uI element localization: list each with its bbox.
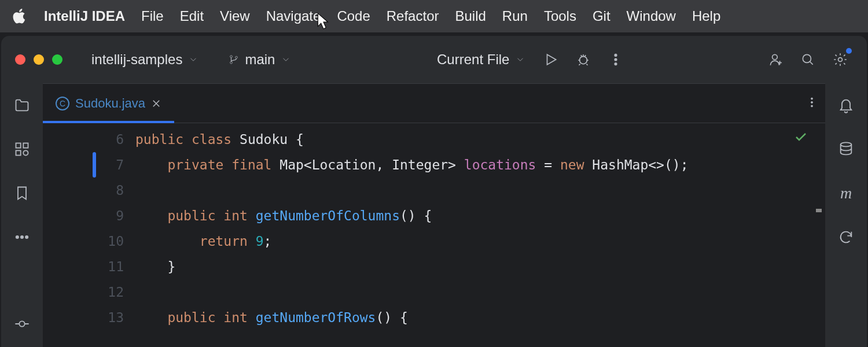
menu-edit[interactable]: Edit — [180, 8, 204, 24]
notifications-tool-button[interactable] — [834, 94, 858, 117]
line-number-gutter[interactable]: 6 7 8 9 10 11 12 13 — [43, 123, 135, 347]
inspection-ok-icon[interactable] — [794, 130, 808, 144]
svg-point-3 — [580, 57, 587, 64]
menu-view[interactable]: View — [220, 8, 250, 24]
editor-area: C Sudoku.java 6 7 8 9 10 11 — [43, 83, 825, 347]
database-tool-button[interactable] — [834, 138, 858, 161]
more-actions-button[interactable] — [603, 47, 628, 72]
menu-run[interactable]: Run — [502, 8, 528, 24]
chevron-down-icon — [188, 54, 198, 65]
branch-name: main — [245, 51, 275, 68]
svg-point-15 — [21, 236, 23, 238]
structure-icon — [14, 141, 30, 157]
maven-tool-button[interactable]: m — [834, 182, 858, 205]
ide-toolbar: intellij-samples main Current File — [1, 36, 867, 83]
window-controls — [15, 54, 62, 65]
bookmarks-tool-button[interactable] — [10, 182, 34, 205]
menu-file[interactable]: File — [141, 8, 164, 24]
menu-help[interactable]: Help — [692, 8, 720, 24]
project-selector[interactable]: intellij-samples — [86, 48, 204, 71]
line-number: 10 — [43, 228, 124, 254]
tab-filename: Sudoku.java — [75, 96, 145, 111]
structure-tool-button[interactable] — [10, 138, 34, 161]
menu-git[interactable]: Git — [593, 8, 610, 24]
svg-point-5 — [615, 58, 617, 60]
svg-point-2 — [236, 56, 238, 58]
window-close-button[interactable] — [15, 54, 25, 65]
run-button[interactable] — [538, 47, 564, 72]
svg-point-21 — [841, 142, 852, 146]
line-number: 9 — [43, 203, 124, 228]
bookmark-icon — [14, 185, 30, 201]
svg-point-4 — [615, 54, 617, 56]
java-class-icon: C — [56, 97, 69, 110]
more-tools-button[interactable] — [10, 226, 34, 249]
bug-icon — [576, 52, 591, 67]
project-tool-button[interactable] — [10, 94, 34, 117]
close-tab-icon[interactable] — [151, 98, 161, 109]
vertical-dots-icon — [806, 96, 818, 109]
tab-more-button[interactable] — [806, 96, 818, 111]
svg-point-9 — [838, 58, 843, 62]
window-maximize-button[interactable] — [52, 54, 62, 65]
app-name[interactable]: IntelliJ IDEA — [44, 8, 125, 24]
menu-window[interactable]: Window — [627, 8, 676, 24]
code-text[interactable]: public class Sudoku { private final Map<… — [135, 123, 825, 347]
scrollbar-marker — [816, 209, 822, 212]
play-icon — [543, 52, 558, 67]
editor-scrollbar[interactable] — [816, 128, 824, 342]
horizontal-dots-icon — [14, 229, 30, 245]
editor-tab-bar: C Sudoku.java — [43, 84, 825, 123]
menu-code[interactable]: Code — [337, 8, 370, 24]
svg-rect-12 — [16, 150, 21, 155]
bell-icon — [838, 97, 854, 113]
editor-content[interactable]: 6 7 8 9 10 11 12 13 public class Sudoku … — [43, 123, 825, 347]
line-number: 8 — [43, 178, 124, 203]
git-branch-selector[interactable]: main — [223, 48, 297, 71]
line-number: 7 — [43, 152, 124, 178]
svg-point-7 — [773, 54, 778, 60]
svg-point-13 — [23, 150, 28, 155]
window-minimize-button[interactable] — [34, 54, 44, 65]
svg-point-20 — [811, 105, 813, 106]
folder-icon — [14, 97, 30, 113]
settings-notification-dot — [846, 48, 852, 54]
search-button[interactable] — [795, 47, 821, 72]
menu-navigate[interactable]: Navigate — [266, 8, 321, 24]
line-number: 13 — [43, 305, 124, 330]
git-branch-icon — [229, 54, 239, 65]
database-icon — [838, 141, 854, 157]
apple-logo-icon[interactable] — [12, 8, 28, 24]
debug-button[interactable] — [571, 47, 596, 72]
project-name: intellij-samples — [91, 51, 182, 68]
search-icon — [800, 52, 815, 67]
svg-point-17 — [19, 321, 24, 326]
macos-menubar: IntelliJ IDEA File Edit View Navigate Co… — [0, 0, 868, 32]
menu-build[interactable]: Build — [455, 8, 486, 24]
menu-refactor[interactable]: Refactor — [387, 8, 439, 24]
svg-point-19 — [811, 101, 813, 103]
settings-button[interactable] — [827, 47, 853, 72]
ide-body: C Sudoku.java 6 7 8 9 10 11 — [1, 83, 867, 347]
line-number: 12 — [43, 279, 124, 305]
run-config-selector[interactable]: Current File — [431, 48, 531, 71]
ide-window: intellij-samples main Current File — [1, 36, 867, 347]
editor-tab[interactable]: C Sudoku.java — [43, 84, 174, 123]
reload-icon — [838, 229, 854, 245]
vertical-dots-icon — [608, 52, 623, 67]
modified-line-indicator — [93, 152, 96, 178]
code-with-me-button[interactable] — [763, 47, 788, 72]
svg-point-1 — [230, 61, 233, 64]
chevron-down-icon — [515, 54, 525, 65]
svg-rect-11 — [23, 143, 28, 148]
commit-icon — [14, 316, 30, 332]
menu-tools[interactable]: Tools — [544, 8, 576, 24]
left-tool-rail — [1, 83, 43, 347]
svg-rect-10 — [16, 143, 21, 148]
svg-point-16 — [25, 236, 28, 238]
commit-tool-button[interactable] — [10, 312, 34, 335]
coverage-tool-button[interactable] — [834, 226, 858, 249]
svg-point-6 — [615, 63, 617, 65]
maven-m-icon: m — [840, 184, 852, 202]
gear-icon — [833, 52, 848, 67]
